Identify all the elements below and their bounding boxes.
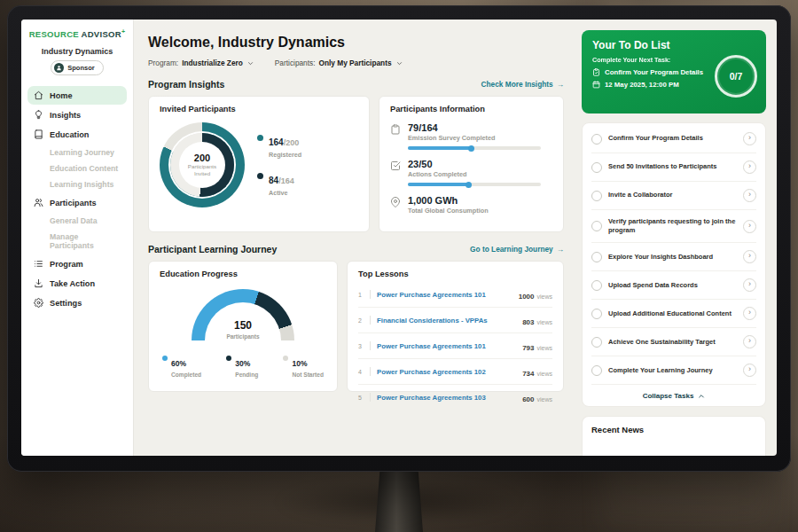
nav-label-take-action: Take Action [50,279,95,288]
lesson-link[interactable]: Power Purchase Agreements 101 [377,291,512,299]
task-label: Explore Your Insights Dashboard [608,253,737,262]
gear-icon [34,298,43,308]
sidebar-item-participants[interactable]: Participants [27,193,127,212]
task-row-upload-educational-content[interactable]: Upload Additional Educational Content › [591,300,756,328]
task-checkbox[interactable] [591,309,602,319]
nav-label-program: Program [50,260,83,269]
task-row-confirm-program[interactable]: Confirm Your Program Details › [591,125,756,153]
views-count: 734 [522,370,534,378]
sidebar-item-program[interactable]: Program [27,254,127,273]
legend-dot-not-started [283,356,288,361]
sidebar-item-education[interactable]: Education [27,125,127,144]
filters-row: Program: Industrialize Zero Participants… [148,59,564,67]
program-filter[interactable]: Program: Industrialize Zero [148,59,254,67]
sidebar-item-learning-insights[interactable]: Learning Insights [27,176,127,192]
check-square-icon [390,160,401,171]
views-suffix: views [536,396,552,403]
gauge-legend: 60%Completed 30%Pending 10%Not Started [160,354,326,378]
views-count: 803 [522,318,534,326]
task-row-verify-participants[interactable]: Verify participants requesting to join t… [591,210,756,243]
program-filter-value: Industrialize Zero [182,59,243,67]
task-checkbox[interactable] [591,134,602,145]
lesson-link[interactable]: Financial Considerations - VPPAs [377,317,516,325]
gauge-center-label: Participants [192,333,294,340]
task-checkbox[interactable] [591,280,602,291]
chevron-right-icon[interactable]: › [743,335,756,348]
task-row-invite-collaborator[interactable]: Invite a Collaborator › [591,182,756,210]
next-task-label: Confirm Your Program Details [605,68,703,76]
sidebar-item-take-action[interactable]: Take Action [27,274,127,293]
legend-active: 84/164 Active [257,171,301,197]
task-row-send-invitations[interactable]: Send 50 Invitations to Participants › [591,153,756,182]
lesson-link[interactable]: Power Purchase Agreements 102 [377,368,516,376]
info-row-consumption: 1,000 GWh Total Global Consumption [390,195,552,215]
check-more-insights-link[interactable]: Check More Insights → [481,80,564,89]
brand-logo: RESOURCE ADVISOR+ [27,28,127,39]
task-row-explore-insights[interactable]: Explore Your Insights Dashboard › [591,243,756,271]
todo-tasks-card: Confirm Your Program Details › Send 50 I… [582,122,766,407]
task-checkbox[interactable] [591,162,602,173]
clipboard-icon [390,124,401,135]
active-value: 84 [269,176,278,185]
task-row-upload-spend-data[interactable]: Upload Spend Data Records › [591,271,756,300]
todo-title: Your To Do List [592,39,755,51]
book-icon [34,129,43,139]
go-to-learning-journey-link[interactable]: Go to Learning Journey → [470,245,564,254]
monitor-bezel: RESOURCE ADVISOR+ Industry Dynamics Spon… [7,5,791,472]
lesson-views: 734views [522,364,552,379]
registered-label: Registered [269,151,301,159]
calendar-icon [592,81,600,89]
task-checkbox[interactable] [591,337,602,348]
chevron-right-icon[interactable]: › [743,364,756,377]
lesson-link[interactable]: Power Purchase Agreements 101 [377,342,516,350]
chevron-right-icon[interactable]: › [743,132,756,145]
task-checkbox[interactable] [591,221,602,231]
todo-panel: Your To Do List Complete Your Next Task:… [576,20,777,456]
divider [370,316,371,325]
participants-filter[interactable]: Participants: Only My Participants [275,59,403,67]
lesson-views: 803views [522,312,552,328]
chevron-right-icon[interactable]: › [743,189,756,202]
info-row-actions: 23/50 Actions Completed [390,159,552,186]
sidebar-item-manage-participants[interactable]: Manage Participants [27,229,127,254]
chevron-right-icon[interactable]: › [743,160,756,174]
sidebar-item-general-data[interactable]: General Data [27,213,127,229]
card-title-education: Education Progress [160,270,326,278]
nav-label-education: Education [50,130,89,139]
divider [370,367,371,376]
sidebar-item-learning-journey[interactable]: Learning Journey [27,145,127,160]
card-title-info: Participants Information [390,105,552,113]
sidebar-item-education-content[interactable]: Education Content [27,160,127,176]
lesson-link[interactable]: Power Purchase Agreements 103 [377,394,516,402]
lesson-views: 1000views [519,286,552,302]
not-started-label: Not Started [292,372,324,378]
chevron-down-icon [247,60,254,66]
chevron-right-icon[interactable]: › [743,220,756,233]
sidebar-item-home[interactable]: Home [27,86,127,105]
collapse-tasks-button[interactable]: Collapse Tasks [591,385,756,406]
lesson-views: 600views [522,389,552,405]
chevron-right-icon[interactable]: › [743,250,756,263]
section-title-learning-journey: Participant Learning Journey [148,244,277,254]
sidebar-item-settings[interactable]: Settings [27,293,127,312]
task-row-complete-learning-journey[interactable]: Complete Your Learning Journey › [591,356,756,385]
sidebar-item-insights[interactable]: Insights [27,106,127,124]
nav-label-participants: Participants [50,199,97,207]
task-row-achieve-target[interactable]: Achieve One Sustainability Target › [591,328,756,356]
task-label: Confirm Your Program Details [608,134,737,143]
task-checkbox[interactable] [591,365,602,376]
sponsor-badge[interactable]: Sponsor [51,60,103,75]
survey-value: 79/164 [408,122,541,133]
task-checkbox[interactable] [591,252,602,262]
chevron-right-icon[interactable]: › [743,307,756,320]
views-suffix: views [536,319,552,325]
chevron-right-icon[interactable]: › [743,278,756,292]
views-count: 600 [522,395,534,403]
link-label: Go to Learning Journey [470,245,553,254]
actions-value: 23/50 [408,159,541,169]
gauge-center: 150 Participants [192,317,294,340]
todo-progress-ring: 0/7 [715,55,757,98]
survey-label: Emission Survey Completed [408,134,541,142]
divider [370,393,371,402]
task-checkbox[interactable] [591,191,602,201]
